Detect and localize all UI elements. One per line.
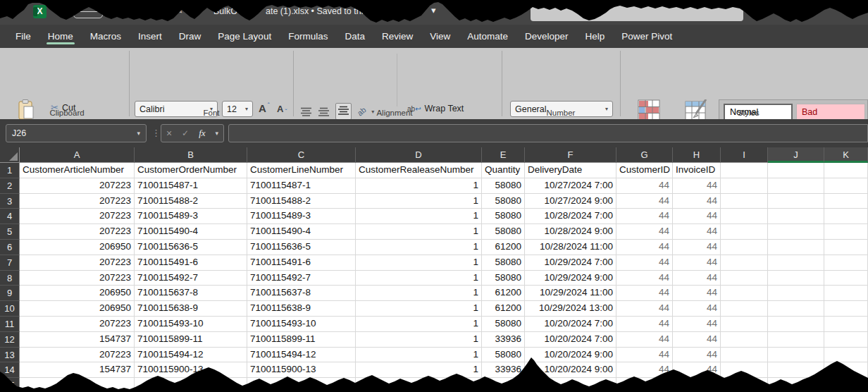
cell-J15[interactable]	[768, 378, 824, 392]
cell-I13[interactable]	[721, 348, 768, 363]
cell-E6[interactable]: 61200	[482, 240, 525, 255]
column-header-F[interactable]: F	[525, 147, 616, 163]
cell-B6[interactable]: 7100115636-5	[135, 240, 247, 255]
cell-C14[interactable]: 7100115900-13	[247, 362, 356, 378]
cell-I6[interactable]	[721, 240, 768, 255]
cell-D2[interactable]: 1	[356, 178, 482, 194]
cancel-button[interactable]: ×	[166, 128, 172, 139]
cell-F5[interactable]: 10/28/2024 9:00	[525, 224, 616, 240]
tab-insert[interactable]: Insert	[130, 25, 170, 48]
cell-E11[interactable]: 58080	[482, 317, 525, 332]
cell-H11[interactable]: 44	[673, 317, 721, 332]
tab-file[interactable]: File	[7, 25, 39, 48]
cell-D4[interactable]: 1	[356, 209, 482, 224]
cell-A15[interactable]	[20, 378, 135, 392]
column-header-G[interactable]: G	[616, 147, 673, 163]
cell-F7[interactable]: 10/29/2024 7:00	[525, 255, 616, 271]
cell-G5[interactable]: 44	[616, 224, 673, 240]
row-header-2[interactable]: 2	[0, 178, 20, 194]
cell-B13[interactable]: 7100115494-12	[135, 348, 247, 363]
cell-D11[interactable]: 1	[356, 317, 482, 332]
cell-C9[interactable]: 7100115637-8	[247, 286, 356, 301]
cell-E4[interactable]: 58080	[482, 209, 525, 224]
tab-automate[interactable]: Automate	[459, 25, 516, 48]
cell-G3[interactable]: 44	[616, 194, 673, 209]
cell-C5[interactable]: 7100115490-4	[247, 224, 356, 240]
cell-K12[interactable]	[824, 332, 868, 348]
cell-D6[interactable]: 1	[356, 240, 482, 255]
cell-A6[interactable]: 206950	[20, 240, 135, 255]
cell-K2[interactable]	[824, 178, 868, 194]
cell-I9[interactable]	[721, 286, 768, 301]
tab-help[interactable]: Help	[577, 25, 614, 48]
cell-E3[interactable]: 58080	[482, 194, 525, 209]
tab-view[interactable]: View	[421, 25, 459, 48]
cell-A1[interactable]: CustomerArticleNumber	[20, 163, 135, 178]
cell-K1[interactable]	[824, 163, 868, 178]
cell-A3[interactable]: 207223	[20, 194, 135, 209]
row-header-6[interactable]: 6	[0, 240, 20, 255]
cell-C2[interactable]: 7100115487-1	[247, 178, 356, 194]
cell-F11[interactable]: 10/20/2024 7:00	[525, 317, 616, 332]
cell-G14[interactable]: 44	[616, 362, 673, 378]
cell-G1[interactable]: CustomerID	[616, 163, 673, 178]
cell-I11[interactable]	[721, 317, 768, 332]
cell-I8[interactable]	[721, 271, 768, 286]
cell-D13[interactable]: 1	[356, 348, 482, 363]
column-header-A[interactable]: A	[20, 147, 135, 163]
cell-A13[interactable]: 207223	[20, 348, 135, 363]
name-box[interactable]: J26 ▾	[6, 124, 147, 142]
top-align-button[interactable]	[300, 107, 312, 116]
wrap-text-button[interactable]: ab↩ Wrap Text	[407, 104, 464, 114]
cell-H3[interactable]: 44	[673, 194, 721, 209]
cell-E13[interactable]: 58080	[482, 348, 525, 363]
cell-F9[interactable]: 10/29/2024 11:00	[525, 286, 616, 301]
cell-J1[interactable]	[768, 163, 824, 178]
cell-E12[interactable]: 33936	[482, 332, 525, 348]
row-header-14[interactable]: 14	[0, 362, 20, 378]
cell-I10[interactable]	[721, 301, 768, 317]
tab-page-layout[interactable]: Page Layout	[209, 25, 280, 48]
font-size-combo[interactable]: 12▾	[222, 101, 253, 117]
cell-A12[interactable]: 154737	[20, 332, 135, 348]
cell-K15[interactable]	[824, 378, 868, 392]
cell-C11[interactable]: 7100115493-10	[247, 317, 356, 332]
title-dropdown-chevron-icon[interactable]: ▾	[431, 5, 436, 16]
tab-data[interactable]: Data	[336, 25, 373, 48]
cell-C7[interactable]: 7100115491-6	[247, 255, 356, 271]
increase-font-button[interactable]: Aˆ	[259, 102, 270, 114]
cell-C13[interactable]: 7100115494-12	[247, 348, 356, 363]
cell-A2[interactable]: 207223	[20, 178, 135, 194]
cell-J4[interactable]	[768, 209, 824, 224]
cell-B9[interactable]: 7100115637-8	[135, 286, 247, 301]
style-bad[interactable]: Bad	[796, 104, 865, 121]
cell-G4[interactable]: 44	[616, 209, 673, 224]
cell-F4[interactable]: 10/28/2024 7:00	[525, 209, 616, 224]
row-header-8[interactable]: 8	[0, 271, 20, 286]
cell-K8[interactable]	[824, 271, 868, 286]
cell-B15[interactable]	[135, 378, 247, 392]
cell-C3[interactable]: 7100115488-2	[247, 194, 356, 209]
cell-B14[interactable]: 7100115900-13	[135, 362, 247, 378]
cell-K11[interactable]	[824, 317, 868, 332]
cell-K14[interactable]	[824, 362, 868, 378]
cell-J13[interactable]	[768, 348, 824, 363]
autosave-toggle[interactable]	[73, 11, 103, 18]
row-header-10[interactable]: 10	[0, 301, 20, 317]
cell-A4[interactable]: 207223	[20, 209, 135, 224]
orientation-button[interactable]: ab	[356, 105, 368, 117]
cell-B5[interactable]: 7100115490-4	[135, 224, 247, 240]
cell-I12[interactable]	[721, 332, 768, 348]
cell-J11[interactable]	[768, 317, 824, 332]
row-header-1[interactable]: 1	[0, 163, 20, 178]
cell-C10[interactable]: 7100115638-9	[247, 301, 356, 317]
cell-C15[interactable]	[247, 378, 356, 392]
tab-home[interactable]: Home	[39, 25, 82, 48]
tab-formulas[interactable]: Formulas	[280, 25, 336, 48]
cell-F14[interactable]: 10/20/2024 9:00	[525, 362, 616, 378]
cell-E5[interactable]: 58080	[482, 224, 525, 240]
cell-H14[interactable]: 44	[673, 362, 721, 378]
cell-I15[interactable]	[721, 378, 768, 392]
select-all-corner[interactable]	[0, 147, 20, 163]
cell-D7[interactable]: 1	[356, 255, 482, 271]
